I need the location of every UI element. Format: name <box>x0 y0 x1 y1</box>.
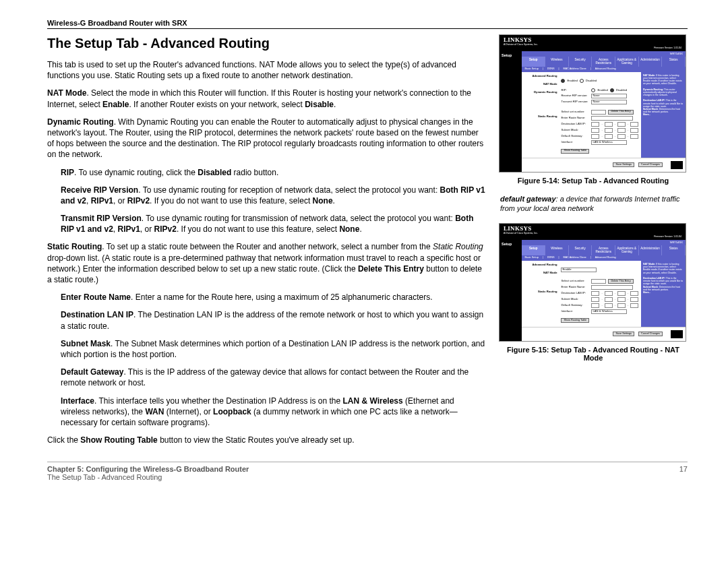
show-routing-button[interactable]: Show Routing Table <box>561 318 589 323</box>
gateway-para: Default Gateway. This is the IP address … <box>61 367 485 388</box>
rip-disabled-radio[interactable] <box>610 88 614 92</box>
figure-5-14-caption: Figure 5-14: Setup Tab - Advanced Routin… <box>499 177 688 185</box>
tab-access[interactable]: Access Restrictions <box>592 245 615 255</box>
subnet-3[interactable] <box>617 128 626 133</box>
page-footer: Chapter 5: Configuring the Wireless-G Br… <box>47 462 688 481</box>
show-routing-para: Click the Show Routing Table button to v… <box>47 435 485 445</box>
nat-mode-select[interactable]: Enable <box>561 268 597 272</box>
delete-entry-button[interactable]: Delete This Entry <box>608 110 633 115</box>
subtab-advrouting[interactable]: Advanced Routing <box>595 68 616 71</box>
subtab-ddns[interactable]: DDNS <box>547 257 555 259</box>
interface-select[interactable]: LAN & Wireless <box>591 140 627 145</box>
rip-para: RIP. To use dynamic routing, click the D… <box>61 167 485 178</box>
route-name-input[interactable] <box>591 285 633 290</box>
gw-1[interactable] <box>591 134 599 139</box>
radio-enabled[interactable] <box>561 79 565 83</box>
subnet-para: Subnet Mask. The Subnet Mask determines … <box>61 338 485 360</box>
tab-apps[interactable]: Applications & Gaming <box>615 245 639 255</box>
header-rule <box>47 28 688 29</box>
intro-para: This tab is used to set up the Router's … <box>47 59 485 81</box>
interface-para: Interface. This interface tells you whet… <box>61 396 485 429</box>
rip-enabled-radio[interactable] <box>591 88 595 92</box>
figure-5-15-screenshot: LINKSYS A Division of Cisco Systems, Inc… <box>499 223 686 342</box>
interface-select[interactable]: LAN & Wireless <box>591 309 627 314</box>
tab-wireless[interactable]: Wireless <box>545 57 569 67</box>
tab-status[interactable]: Status <box>662 57 686 67</box>
tab-security[interactable]: Security <box>569 57 593 67</box>
figure-5-14-screenshot: LINKSYS A Division of Cisco Systems, Inc… <box>499 34 686 173</box>
tab-setup[interactable]: Setup <box>522 245 545 255</box>
static-routing-para: Static Routing. To set up a static route… <box>47 241 485 285</box>
footer-chapter: Chapter 5: Configuring the Wireless-G Br… <box>47 465 249 473</box>
tab-security[interactable]: Security <box>569 245 593 255</box>
dest-ip-3[interactable] <box>617 122 626 127</box>
delete-entry-button[interactable]: Delete This Entry <box>608 279 633 284</box>
subtab-advrouting[interactable]: Advanced Routing <box>595 257 616 259</box>
tab-setup[interactable]: Setup <box>522 57 545 67</box>
subnet-4[interactable] <box>630 128 638 133</box>
product-header: Wireless-G Broadband Router with SRX <box>47 19 688 27</box>
help-more-link[interactable]: More... <box>643 113 650 116</box>
save-settings-button[interactable]: Save Settings <box>613 162 634 167</box>
glossary-entry: default gateway: a device that forwards … <box>499 194 688 214</box>
nat-label: NAT Mode <box>47 88 86 98</box>
page-title: The Setup Tab - Advanced Routing <box>47 34 485 53</box>
cancel-changes-button[interactable]: Cancel Changes <box>638 162 663 167</box>
gw-2[interactable] <box>605 134 613 139</box>
figure-5-15-caption: Figure 5-15: Setup Tab - Advanced Routin… <box>499 346 688 362</box>
cisco-logo-icon <box>671 330 683 338</box>
linksys-logo: LINKSYS <box>504 225 532 232</box>
footer-section: The Setup Tab - Advanced Routing <box>47 473 249 481</box>
route-name-input[interactable] <box>591 116 633 121</box>
trans-rip-select[interactable]: None <box>591 100 627 104</box>
section-label: Setup <box>499 51 522 172</box>
main-content: The Setup Tab - Advanced Routing This ta… <box>47 34 485 452</box>
tab-admin[interactable]: Administration <box>639 57 663 67</box>
tab-access[interactable]: Access Restrictions <box>592 57 615 67</box>
page-number: 17 <box>679 465 688 481</box>
gw-3[interactable] <box>617 134 626 139</box>
cisco-logo-icon <box>671 161 683 169</box>
recv-rip-select[interactable]: None <box>591 94 627 98</box>
tab-wireless[interactable]: Wireless <box>545 245 569 255</box>
dest-ip-2[interactable] <box>605 122 613 127</box>
subtab-ddns[interactable]: DDNS <box>547 68 555 71</box>
help-more-link[interactable]: More... <box>643 291 650 294</box>
subtab-basic[interactable]: Basic Setup <box>524 257 538 259</box>
tab-status[interactable]: Status <box>662 245 686 255</box>
subnet-1[interactable] <box>591 128 599 133</box>
nat-mode-para: NAT Mode. Select the mode in which this … <box>47 88 485 109</box>
cancel-changes-button[interactable]: Cancel Changes <box>638 332 663 336</box>
subtab-mac[interactable]: MAC Address Clone <box>564 257 586 259</box>
tab-admin[interactable]: Administration <box>639 245 663 255</box>
subnet-2[interactable] <box>605 128 613 133</box>
show-routing-button[interactable]: Show Routing Table <box>561 149 589 154</box>
radio-disabled[interactable] <box>580 79 584 83</box>
dyn-label: Dynamic Routing <box>47 117 114 127</box>
tab-apps[interactable]: Applications & Gaming <box>615 57 639 67</box>
sidebar: LINKSYS A Division of Cisco Systems, Inc… <box>499 34 688 452</box>
dynamic-routing-para: Dynamic Routing. With Dynamic Routing yo… <box>47 117 485 160</box>
save-settings-button[interactable]: Save Settings <box>613 332 634 336</box>
dest-ip-para: Destination LAN IP. The Destination LAN … <box>61 309 485 331</box>
dest-ip-1[interactable] <box>591 122 599 127</box>
top-tabs: Setup Wireless Security Access Restricti… <box>522 57 686 67</box>
subtab-basic[interactable]: Basic Setup <box>524 68 538 71</box>
subtab-mac[interactable]: MAC Address Clone <box>564 68 586 71</box>
select-set-dropdown[interactable] <box>591 110 606 115</box>
section-label: Setup <box>499 240 522 341</box>
gw-4[interactable] <box>630 134 638 139</box>
route-name-para: Enter Route Name. Enter a name for the R… <box>61 292 485 303</box>
transmit-rip-para: Transmit RIP Version. To use dynamic rou… <box>61 213 485 235</box>
receive-rip-para: Receive RIP Version. To use dynamic rout… <box>61 185 485 206</box>
linksys-logo: LINKSYS <box>504 36 532 43</box>
dest-ip-4[interactable] <box>630 122 638 127</box>
select-set-dropdown[interactable] <box>591 279 606 284</box>
